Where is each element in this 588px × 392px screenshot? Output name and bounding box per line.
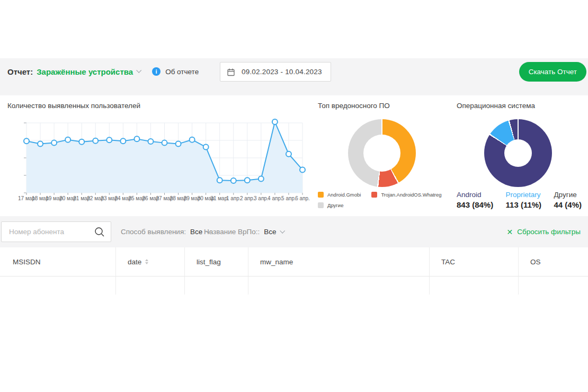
report-label: Отчет:	[7, 67, 33, 76]
os-stat: Android843 (84%)	[457, 191, 493, 209]
date-range-picker[interactable]: 09.02.2023 - 10.04.2023	[220, 62, 331, 82]
os-donut-block: Операционная система Android843 (84%)Pro…	[457, 95, 582, 216]
reset-filters-label: Сбросить фильтры	[517, 228, 581, 236]
charts-card: Количество выявленных пользователей 17 м…	[0, 95, 588, 216]
about-report-label: Об отчете	[165, 68, 199, 76]
column-header-os: OS	[518, 247, 588, 276]
table-body	[0, 276, 588, 295]
os-stat: Другие44 (4%)	[554, 191, 582, 209]
os-stat-value: 44 (4%)	[554, 200, 582, 209]
search-icon[interactable]	[94, 226, 105, 238]
column-header-list-flag: list_flag	[184, 247, 248, 276]
infected-devices-dashboard: Отчет: Заражённые устройства i Об отчете…	[0, 0, 588, 392]
report-header-bar: Отчет: Заражённые устройства i Об отчете…	[0, 62, 588, 81]
malware-donut-chart	[348, 119, 416, 187]
column-header-tac: TAC	[429, 247, 518, 276]
cell-empty	[518, 276, 588, 295]
legend-swatch	[318, 202, 324, 208]
chevron-down-icon	[136, 68, 141, 73]
svg-text:2 апр.: 2 апр.	[240, 195, 255, 201]
cell-empty	[429, 276, 518, 295]
sort-icon[interactable]	[145, 259, 148, 264]
os-donut-stats: Android843 (84%)Proprietary113 (11%)Друг…	[457, 191, 582, 209]
cell-empty	[248, 276, 429, 295]
info-icon: i	[152, 67, 161, 76]
close-icon: ✕	[507, 228, 513, 236]
filter-bar: Способ выявления: Все Название ВрПо:: Вс…	[0, 221, 588, 243]
column-header-msisdn: MSISDN	[0, 247, 115, 276]
malware-name-label: Название ВрПо::	[204, 228, 260, 236]
os-stat-label: Proprietary	[506, 191, 542, 199]
reset-filters-button[interactable]: ✕ Сбросить фильтры	[507, 221, 581, 242]
report-select-dropdown[interactable]: Заражённые устройства	[37, 67, 140, 76]
svg-text:4 апр.: 4 апр.	[268, 195, 282, 201]
cell-empty	[184, 276, 248, 295]
about-report-link[interactable]: i Об отчете	[152, 67, 199, 76]
legend-swatch	[371, 192, 377, 198]
line-chart-svg: 17 мар18 мар19 мар20 мар21 мар22 мар23 м…	[20, 120, 309, 203]
malware-donut-hole	[363, 135, 400, 172]
legend-label: Trojan.AndroidOS.Whatreg	[381, 192, 441, 198]
subscriber-search-input[interactable]	[2, 222, 92, 242]
os-donut-hole	[504, 139, 532, 167]
os-stat-label: Другие	[554, 191, 582, 199]
detection-method-value: Все	[190, 228, 202, 236]
column-header-mw-name: mw_name	[248, 247, 429, 276]
infected-devices-table: MSISDN date list_flag mw_name TAC OS	[0, 247, 588, 315]
download-report-button[interactable]: Скачать Отчет	[519, 62, 586, 82]
cell-empty	[115, 276, 184, 295]
legend-item: Android.Gmobi	[318, 192, 361, 198]
os-stat: Proprietary113 (11%)	[506, 191, 542, 209]
legend-item: Trojan.AndroidOS.Whatreg	[371, 192, 441, 198]
malware-donut-title: Топ вредоносного ПО	[318, 102, 390, 110]
svg-text:5 апр.: 5 апр.	[281, 195, 296, 201]
svg-text:6 апр.: 6 апр.	[295, 195, 310, 201]
malware-name-select[interactable]: Название ВрПо:: Все	[204, 221, 284, 242]
chevron-down-icon	[280, 228, 285, 233]
detection-method-select[interactable]: Способ выявления: Все	[121, 221, 210, 242]
table-row-clipped	[0, 276, 588, 295]
os-donut-chart	[484, 119, 552, 187]
detection-method-label: Способ выявления:	[121, 228, 186, 236]
malware-donut-block: Топ вредоносного ПО Android.GmobiTrojan.…	[318, 95, 450, 216]
date-range-value: 09.02.2023 - 10.04.2023	[242, 68, 322, 76]
svg-text:3 апр.: 3 апр.	[254, 195, 269, 201]
os-donut-title: Операционная система	[457, 102, 535, 110]
malware-donut-legend: Android.GmobiTrojan.AndroidOS.WhatregДру…	[318, 192, 450, 208]
table-header-row: MSISDN date list_flag mw_name TAC OS	[0, 247, 588, 276]
report-title-group: Отчет: Заражённые устройства i Об отчете	[7, 62, 199, 81]
legend-label: Android.Gmobi	[327, 192, 361, 198]
legend-item: Другие	[318, 202, 343, 208]
malware-name-value: Все	[264, 228, 276, 236]
subscriber-search-box	[1, 221, 111, 242]
column-header-date[interactable]: date	[115, 247, 184, 276]
cell-empty	[0, 276, 115, 295]
line-chart-title: Количество выявленных пользователей	[7, 102, 140, 110]
os-stat-value: 843 (84%)	[457, 200, 493, 209]
calendar-icon	[227, 68, 235, 76]
legend-label: Другие	[327, 202, 343, 208]
svg-text:1 апр.: 1 апр.	[226, 195, 241, 201]
os-stat-value: 113 (11%)	[506, 200, 542, 209]
os-stat-label: Android	[457, 191, 493, 199]
report-name: Заражённые устройства	[37, 67, 133, 76]
legend-swatch	[318, 192, 324, 198]
